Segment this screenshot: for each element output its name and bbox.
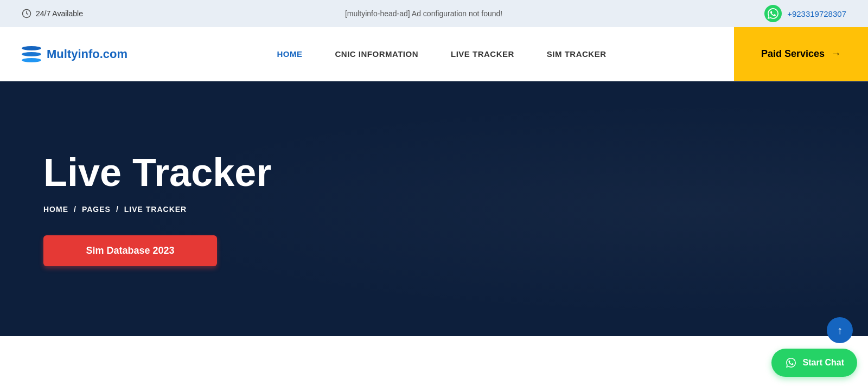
logo-disk-1 xyxy=(22,46,41,50)
breadcrumb-live-tracker[interactable]: LIVE TRACKER xyxy=(124,205,187,214)
logo-area[interactable]: Multyinfo.com xyxy=(0,46,149,62)
paid-services-button[interactable]: Paid Services → xyxy=(734,27,868,81)
start-chat-label: Start Chat xyxy=(803,358,844,368)
nav-live-tracker[interactable]: LIVE TRACKER xyxy=(451,49,514,59)
whatsapp-icon[interactable] xyxy=(764,5,782,22)
breadcrumb: HOME / PAGES / LIVE TRACKER xyxy=(43,205,825,214)
breadcrumb-home[interactable]: HOME xyxy=(43,205,68,214)
clock-icon xyxy=(22,9,31,18)
availability-area: 24/7 Available xyxy=(22,9,83,18)
breadcrumb-sep-2: / xyxy=(116,205,119,214)
nav-sim-tracker[interactable]: SIM TRACKER xyxy=(547,49,607,59)
start-chat-button[interactable]: Start Chat xyxy=(771,349,857,377)
paid-services-label: Paid Services xyxy=(761,48,825,60)
below-hero xyxy=(0,336,868,390)
hero-section: Live Tracker HOME / PAGES / LIVE TRACKER… xyxy=(0,81,868,336)
nav-cnic[interactable]: CNIC INFORMATION xyxy=(335,49,418,59)
hero-title: Live Tracker xyxy=(43,151,825,194)
logo-disk-3 xyxy=(22,58,41,62)
start-chat-whatsapp-icon xyxy=(784,356,797,369)
nav-links: HOME CNIC INFORMATION LIVE TRACKER SIM T… xyxy=(149,27,734,81)
scroll-to-top-button[interactable]: ↑ xyxy=(827,317,853,343)
nav-home[interactable]: HOME xyxy=(277,49,302,59)
navbar: Multyinfo.com HOME CNIC INFORMATION LIVE… xyxy=(0,27,868,81)
availability-text: 24/7 Available xyxy=(36,9,83,18)
breadcrumb-pages[interactable]: PAGES xyxy=(82,205,111,214)
sim-database-button[interactable]: Sim Database 2023 xyxy=(43,235,217,266)
top-bar: 24/7 Available [multyinfo-head-ad] Ad co… xyxy=(0,0,868,27)
ad-notice: [multyinfo-head-ad] Ad configuration not… xyxy=(345,9,502,18)
paid-services-arrow: → xyxy=(831,48,841,60)
logo-disk-2 xyxy=(22,52,41,56)
logo-icon xyxy=(22,46,41,62)
contact-area: +923319728307 xyxy=(764,5,846,22)
breadcrumb-sep-1: / xyxy=(74,205,76,214)
phone-number[interactable]: +923319728307 xyxy=(787,9,846,18)
scroll-top-icon: ↑ xyxy=(837,324,843,337)
logo-text: Multyinfo.com xyxy=(47,47,127,61)
